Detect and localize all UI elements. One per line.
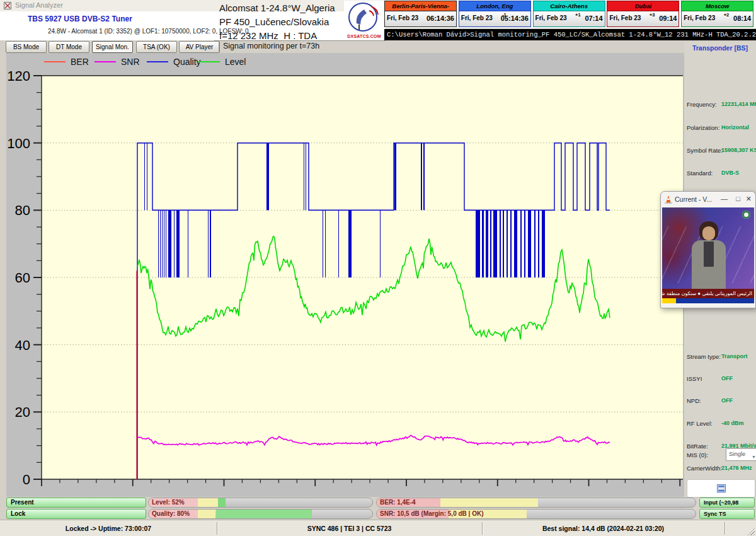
vlc-title-bar[interactable]: Current - V... — □ ✕	[661, 192, 755, 207]
status-best-signal: Best signal: 14,4 dB (2024-02-21 03:20)	[482, 520, 724, 536]
tab-signal-mon-[interactable]: Signal Mon.	[92, 41, 133, 53]
bar-label: SNR: 10,5 dB (Margin: 5,0 dB | OK)	[380, 510, 483, 517]
param-row: Symbol Rate:15908,307 KS/s	[687, 147, 753, 156]
progress-bar: BER: 1,4E-4	[376, 498, 696, 508]
param-row: Polarization:Horizontal	[687, 124, 753, 133]
param-label: CarrierWidth:	[687, 465, 722, 472]
ticker-accent-bar	[662, 298, 754, 303]
legend-swatch	[147, 61, 168, 62]
bar-label: Quality: 80%	[152, 510, 190, 517]
vlc-video-frame[interactable]	[662, 207, 754, 289]
param-label: Standard:	[687, 170, 713, 177]
vlc-close-button[interactable]: ✕	[746, 195, 752, 203]
param-value: OFF	[721, 397, 733, 404]
status-sync: SYNC 486 | TEI 3 | CC 5723	[217, 520, 482, 536]
monitoring-header: Alcomsat 1-24.8°W_Algeria PF 450_Lučenec…	[219, 1, 345, 43]
vlc-maximize-button[interactable]: □	[736, 195, 740, 202]
svg-text:80: 80	[15, 202, 30, 218]
button-input-mbps-[interactable]: Input (~20,98 Mbps)	[699, 498, 755, 508]
vlc-minimize-button[interactable]: —	[721, 195, 728, 202]
mis-label: MIS (0):	[687, 452, 708, 458]
channel-logo	[742, 211, 750, 219]
console-prompt: C:\Users\Roman Dávid>Signal monitoring_P…	[387, 31, 756, 38]
indicator-present: Present	[6, 498, 146, 508]
clock-body: Fri, Feb 23+208:14	[681, 11, 753, 27]
vlc-window[interactable]: Current - V... — □ ✕ الرئيس الموريتاني ي…	[660, 191, 756, 308]
clock-city: London, Eng	[459, 1, 531, 11]
session-note: Signal monitoring per t=73h	[223, 42, 319, 50]
logo-text: DXSATCS.COM	[344, 34, 384, 38]
satellite-dish-icon	[344, 1, 384, 33]
clock-date: Fri, Feb 23	[461, 15, 493, 21]
clock-date: Fri, Feb 23	[684, 15, 715, 21]
param-value: -40 dBm	[721, 420, 744, 426]
clock-time: 09:14	[659, 15, 677, 22]
bar-segment	[198, 498, 218, 507]
svg-text:0: 0	[23, 472, 30, 487]
world-clocks: Berlin-Paris-Vienna-RomaFri, Feb 2306:14…	[384, 0, 756, 28]
dxsatcs-logo: DXSATCS.COM	[344, 1, 384, 39]
clock-panel: DubaiFri, Feb 23+309:14	[607, 1, 679, 27]
clock-time: 08:14	[733, 15, 751, 22]
clock-body: Fri, Feb 23-105:14:36	[459, 11, 531, 27]
param-row: ISSYIOFF	[687, 375, 753, 384]
header-line2: PF 450_Lučenec/Slovakia	[219, 15, 345, 29]
console-bar: C:\Users\Roman Dávid>Signal monitoring_P…	[384, 29, 756, 40]
svg-text:60: 60	[15, 270, 30, 286]
tab-tsa-ok-[interactable]: TSA (OK)	[136, 41, 177, 53]
legend-label: Quality	[173, 57, 201, 67]
stream-list-icon	[717, 484, 726, 492]
vlc-cone-icon	[664, 195, 673, 204]
tuner-name: TBS 5927 USB DVB-S2 Tuner	[28, 15, 132, 23]
tab-dt-mode[interactable]: DT Mode	[49, 41, 89, 53]
bar-segment	[216, 510, 312, 518]
clock-offset: +3	[650, 12, 655, 18]
status-divider	[724, 522, 725, 535]
clock-time: 07:14	[585, 15, 602, 22]
legend-label: BER	[71, 57, 89, 67]
tuner-details: 24.8W - Alcomsat 1 (ID: 3352) @ LOF1: 10…	[48, 28, 248, 35]
param-value: DVB-S	[721, 170, 739, 176]
progress-bar: Quality: 80%	[148, 509, 373, 519]
param-row: CarrierWidth:21,476 MHz	[687, 465, 753, 474]
clock-time: 06:14:36	[427, 15, 454, 22]
param-row: NPD:OFF	[687, 397, 753, 406]
svg-text:100: 100	[7, 136, 30, 151]
legend-swatch	[94, 61, 116, 62]
vlc-title: Current - V...	[675, 195, 712, 203]
mis-select[interactable]: Single ▼	[726, 448, 756, 461]
stream-list-button[interactable]	[687, 479, 755, 498]
news-ticker: الرئيس الموريتاني يلتقي ● ستكون منطقة شم…	[662, 289, 754, 298]
resize-grip[interactable]	[747, 528, 755, 535]
param-label: Symbol Rate:	[687, 147, 723, 154]
legend-label: SNR	[121, 57, 140, 67]
tab-bs-mode[interactable]: BS Mode	[6, 41, 47, 53]
clock-city: Dubai	[607, 1, 679, 11]
clock-city: Cairo-Athens	[533, 1, 605, 11]
app-icon	[4, 2, 11, 9]
status-uptime: Locked -> Uptime: 73:00:07	[0, 520, 217, 536]
clock-offset: +1	[575, 12, 581, 18]
status-divider	[482, 522, 483, 535]
clock-panel: Berlin-Paris-Vienna-RomaFri, Feb 2306:14…	[384, 1, 457, 27]
window-title: Signal Analyzer	[15, 1, 63, 9]
progress-bar: SNR: 10,5 dB (Margin: 5,0 dB | OK)	[376, 509, 696, 519]
bar-segment	[440, 498, 537, 507]
header-line1: Alcomsat 1-24.8°W_Algeria	[219, 1, 345, 15]
param-row: RF Level:-40 dBm	[687, 420, 753, 429]
param-label: ISSYI	[687, 375, 702, 382]
tab-av-player[interactable]: AV Player	[179, 41, 220, 53]
chevron-down-icon: ▼	[752, 452, 756, 462]
indicator-lock: Lock	[6, 509, 146, 519]
chart-legend: BERSNRQualityLevel	[6, 54, 684, 69]
bar-label: BER: 1,4E-4	[380, 499, 416, 506]
param-value: OFF	[721, 375, 733, 382]
param-value: 12231,414 MHz	[721, 101, 756, 107]
bar-segment	[218, 498, 226, 507]
param-label: BitRate:	[687, 443, 708, 450]
param-row: Standard:DVB-S	[687, 170, 753, 178]
legend-swatch	[44, 61, 66, 62]
button-sync-ts[interactable]: Sync TS	[699, 509, 755, 519]
svg-text:120: 120	[7, 69, 30, 84]
progress-bar: Level: 52%	[148, 498, 373, 508]
